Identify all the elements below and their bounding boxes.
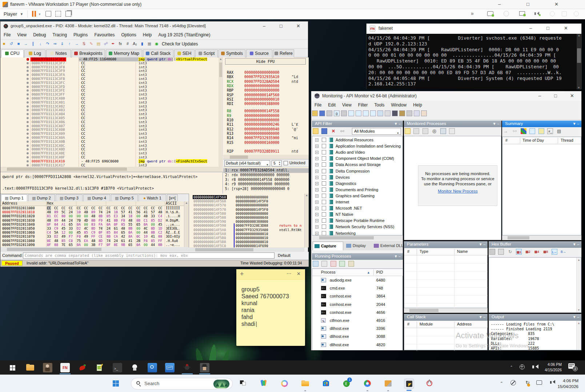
pause-icon-2[interactable] [35,11,36,17]
dump-row[interactable]: 00007FFD32811060C45A12004585C90F8584650A… [0,230,189,234]
apimon-menu-tools[interactable]: Tools [371,101,388,109]
x64dbg-tool-icon-8[interactable]: ⇓ [59,41,65,47]
register-row[interactable]: RDX0000000000000000 [223,84,309,88]
api-filter-tree[interactable]: +Additional Resources+Application Instal… [312,136,403,235]
x64dbg-menu-favourites[interactable]: Favourites [91,31,118,39]
dump-tab-5[interactable]: ▩ Dump 5 [111,194,138,202]
api-filter-item[interactable]: +Application Installation and Servicing [312,143,402,149]
disasm-row[interactable]: 00007FFD3113C417CCint3 [0,163,223,167]
dump-row[interactable]: 00007FFD328110400F84A1650A0083FA0A0F8555… [0,222,189,226]
api-filter-item[interactable]: +Devices [312,174,402,181]
argument-row[interactable]: 4: r9 0000000000000000 0000000 [223,182,309,187]
apimon-tool-icon-2[interactable] [326,110,332,116]
sticky-note-text[interactable]: group5Saeed 767000073krunalraniafahdshad… [241,286,289,327]
usb-icon-3[interactable] [574,11,579,16]
registers-view[interactable]: Hide FPU RAX0000000000000000RBX00007FFD3… [223,57,309,155]
apimon-tool-icon-0[interactable] [312,110,318,116]
registers-scrollbar[interactable] [223,155,309,159]
stack-row[interactable]: 000000000014F5900000000000388000 [189,219,304,223]
stack-row[interactable]: 000000000014F5B00000000000000010 [189,236,304,240]
sum-go-icon[interactable]: → [503,128,509,134]
api-filter-item[interactable]: +Additional Resources [312,137,402,143]
sum-cols-icon[interactable]: ▤ [556,128,562,134]
register-row[interactable]: RIP00007FFD328E0911ntd [223,149,309,154]
x64dbg-tool-icon-14[interactable]: ☍ [103,41,109,47]
apimon-tool-icon-3[interactable]: {} [334,110,340,116]
api-filter-item[interactable]: +Network Security Services (NSS) [312,224,402,230]
process-row[interactable]: dllhost.exe3396 [312,324,402,332]
host-tray-volume-icon[interactable] [550,381,552,384]
stack-scrollbar[interactable]: ▲ [304,194,309,247]
register-row[interactable]: R150000000000160000 [223,141,309,145]
x64dbg-tool-icon-7[interactable]: ⇒ [52,41,58,47]
x64dbg-tab-refere[interactable]: Refere [273,49,294,57]
stack-row[interactable]: 000000000014F5C0000000000014F690 [189,244,304,247]
host-clock[interactable]: 4:06 PM15/04/2026 [554,378,578,389]
sum-comment-icon[interactable] [538,128,544,134]
process-row[interactable]: audiodg.exe6480 [312,276,402,284]
sum-tree-icon[interactable] [529,128,535,134]
rp-properties-icon[interactable] [348,261,354,267]
disasm-row[interactable]: 00007FFD3113C401CCint3 [0,101,223,105]
register-row[interactable]: RBP0000000000000000 [223,88,309,93]
x64dbg-tool-icon-19[interactable]: ▮ [139,41,145,47]
dump-row[interactable]: 00007FFD3281101048895C241048897424185741… [0,210,189,214]
cs-col-module[interactable]: Module [420,322,433,326]
register-row[interactable]: R100000000000000000 [223,118,309,122]
stack-row[interactable]: 000000000014F5800000000000000000 [189,211,304,215]
dump-row[interactable]: 00007FFD3281107033D249F7F049FFCE8BCA428A… [0,234,189,238]
arg-count-spinner[interactable]: 5▲▼ [272,160,282,166]
vmware-close-button[interactable]: ✕ [554,1,558,7]
hdd-icon[interactable] [487,11,493,16]
hex-buffer-scrollbar[interactable]: ▲▼ [576,258,581,312]
running-processes-list[interactable]: Process ▲ PID audiodg.exe6480C:\cmd.exe7… [312,268,403,350]
mp-pause-icon[interactable] [413,128,419,134]
sum-col-time[interactable]: Time of Day [522,138,544,142]
hb-byte4-icon[interactable]: ▩4 [534,249,540,255]
apimon-tool-icon-10[interactable] [385,110,390,116]
mp-stop-icon[interactable] [422,128,428,134]
x64dbg-tool-icon-18[interactable]: A₂ [132,41,138,47]
hb-byte1-icon[interactable]: ▩1 [516,249,522,255]
x64dbg-menu-view[interactable]: View [14,31,30,39]
locals-tab[interactable]: [x=[ [167,194,178,202]
host-xbox-icon[interactable]: )(1 [342,379,352,389]
argument-row[interactable]: 5: [rsp+28] 0000000000000040 0 [223,187,309,191]
x64dbg-tool-icon-5[interactable]: ↓ [37,41,43,47]
apimon-menu-filter[interactable]: Filter [355,101,371,109]
unlocked-checkbox[interactable] [284,161,288,165]
cd-icon[interactable] [504,11,509,16]
api-filter-item[interactable]: +Data Access and Storage [312,162,402,168]
apimon-tool-icon-1[interactable] [319,110,325,116]
disasm-scrollbar[interactable]: ▲ [219,57,223,167]
dump-view[interactable]: AddressHexASCII00007FFD32811000CCCCCCCCC… [0,201,189,247]
apimon-menu-view[interactable]: View [339,101,355,109]
param-col-num[interactable]: # [407,249,409,254]
rp-monitor-icon[interactable] [313,261,318,267]
api-filter-item[interactable]: +Delta Compression [312,168,402,174]
register-row[interactable]: R110000000000000246L'Ɇ [223,122,309,127]
usb-icon-1[interactable] [550,11,555,16]
host-snip-icon[interactable] [425,379,435,389]
x64dbg-menu-debug[interactable]: Debug [30,31,49,39]
arguments-view[interactable]: 1: rcx 00007FFD328AD504 ntdll.2: rdx 000… [223,167,309,194]
callconv-dropdown[interactable]: Default (x64 fastcall)▼ [224,160,270,166]
command-input[interactable]: Commands are comma separated (like assem… [23,252,275,259]
disasm-row[interactable]: 00007FFD3113C410- 48:FF25 696C0600jmp qw… [0,159,223,163]
mp-new-icon[interactable] [405,128,410,134]
x64dbg-menu-plugins[interactable]: Plugins [70,31,91,39]
disasm-row[interactable]: 00007FFD3113C3F7CCint3 [0,61,223,65]
x64dbg-tool-icon-15[interactable]: ✒ [110,41,116,47]
stack-hscrollbar[interactable] [189,247,304,252]
x64dbg-tool-icon-9[interactable]: ↑ [67,41,72,47]
apimon-tool-icon-9[interactable] [377,110,383,116]
host-tray-display-icon[interactable] [536,380,542,385]
hb-big-endian-icon[interactable]: B→ [561,249,566,255]
stack-row[interactable]: 000000000014F5700000000000000000 [189,203,304,207]
process-row[interactable]: C:\conhost.exe4656 [312,308,402,316]
apimon-tab-external-dll[interactable]: External DLL [372,242,404,250]
stack-row[interactable]: 000000000014F5880000000000000040 [189,215,304,219]
register-row[interactable]: RDI0000000000388000 [223,102,309,106]
vm-procmon-icon[interactable] [148,363,157,372]
x64dbg-menu-options[interactable]: Options [118,31,139,39]
